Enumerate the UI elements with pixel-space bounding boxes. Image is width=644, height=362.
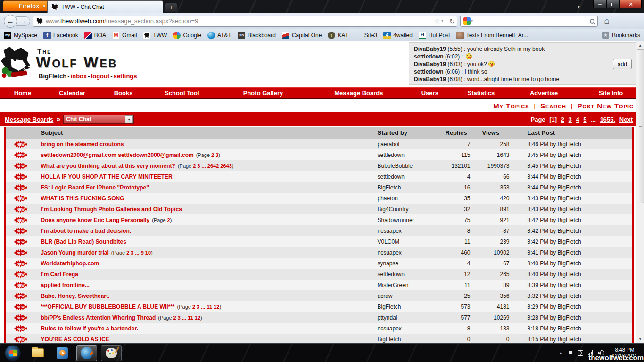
topic-link[interactable]: Jason Young murder trial: [41, 249, 109, 256]
topic-link[interactable]: applied frontline...: [41, 282, 90, 288]
topic-link[interactable]: Does anyone know Eric Lang Personally: [41, 217, 150, 223]
settings-link[interactable]: settings: [114, 73, 137, 80]
topic-link[interactable]: Rules to follow if you're a bartender.: [41, 325, 138, 332]
star-dropdown-icon[interactable]: ▾: [441, 19, 443, 23]
page-suffix-numbers[interactable]: 2 3 ... 11 12: [192, 304, 220, 310]
bookmark-item[interactable]: M Gmail: [112, 32, 137, 39]
nav-calendar[interactable]: Calendar: [45, 90, 99, 97]
bookmark-item[interactable]: BOA: [84, 32, 106, 39]
nav-home[interactable]: Home: [0, 90, 45, 97]
nav-school-tool[interactable]: School Tool: [148, 90, 216, 97]
topic-link[interactable]: WHAT IS THIS FUCKING SONG: [41, 195, 124, 202]
topic-link[interactable]: Babe. Honey. Sweetheart.: [41, 293, 110, 299]
topic-row: NEW What are you thinking about at this …: [5, 160, 633, 171]
bookmark-item[interactable]: AT&T: [207, 32, 231, 39]
bookmark-item[interactable]: Capital One: [282, 32, 322, 39]
bookmark-item[interactable]: Google: [173, 32, 201, 39]
section-select[interactable]: Chit Chat ▼: [63, 115, 134, 124]
start-button[interactable]: [5, 345, 21, 361]
nav-photo-gallery[interactable]: Photo Gallery: [216, 90, 310, 97]
search-input[interactable]: [475, 17, 588, 25]
power-plug-icon[interactable]: [578, 350, 583, 356]
bookmark-star-icon[interactable]: ☆: [434, 17, 440, 25]
topic-link[interactable]: settledown2000@gmail.com settledown2000@…: [41, 152, 194, 158]
pagination-token[interactable]: 1655,: [600, 116, 616, 123]
page-suffix-numbers[interactable]: 2 3 ... 9 10: [126, 250, 151, 255]
nav-site-info[interactable]: Site Info: [578, 90, 644, 97]
bookmark-item[interactable]: H HuffPost: [419, 32, 450, 39]
topic-link[interactable]: I'm about to make a bad decision.: [41, 228, 132, 234]
pagination-token[interactable]: Next: [619, 116, 633, 123]
scroll-down-icon[interactable]: ▼: [636, 335, 644, 343]
chat-add-button[interactable]: add: [613, 59, 632, 69]
action-center-flag-icon[interactable]: [568, 351, 573, 355]
bookmark-item[interactable]: t KAT: [328, 32, 348, 39]
page-suffix-numbers[interactable]: 2 3: [211, 152, 218, 158]
close-button[interactable]: ✕: [620, 0, 642, 8]
pagination-token[interactable]: 2: [561, 116, 564, 123]
topic-link[interactable]: HOLLA IF YOU SHOP AT THE CARY MINITEETER: [41, 173, 173, 180]
bookmark-item[interactable]: f Facebook: [43, 32, 78, 39]
scrollbar-thumb[interactable]: [637, 49, 644, 203]
pagination-token[interactable]: 4: [576, 116, 579, 123]
magnifier-icon[interactable]: [590, 19, 594, 24]
nav-message-boards[interactable]: Message Boards: [310, 90, 408, 97]
tray-expand-icon[interactable]: ▲: [559, 351, 563, 355]
my-topics-link[interactable]: My Topics: [493, 102, 529, 110]
bookmark-item[interactable]: 4 4walled: [383, 32, 413, 39]
reload-icon[interactable]: ↻: [449, 17, 455, 25]
topic-link[interactable]: YOU'RE AS COLD AS ICE: [41, 336, 109, 343]
topic-link[interactable]: Worldstarhiphop.com: [41, 260, 99, 267]
inbox-link[interactable]: inbox: [71, 73, 87, 80]
topic-link[interactable]: What are you thinking about at this very…: [41, 163, 175, 169]
chat-message: settledown (6:02) :: [414, 53, 607, 60]
bookmarks-menu[interactable]: ★ Bookmarks: [602, 32, 640, 39]
window-titlebar: Firefox ▾ TWW - Chit Chat + ▾ ─ ✕: [0, 0, 644, 13]
page-suffix-numbers[interactable]: 2 3 ... 11 12: [173, 315, 201, 321]
maximize-button[interactable]: [607, 0, 620, 8]
nav-statistics[interactable]: Statistics: [452, 90, 510, 97]
subject-header: Subject: [35, 127, 370, 139]
firefox-taskbar-icon[interactable]: [76, 345, 97, 361]
new-tab-button[interactable]: +: [165, 3, 177, 12]
topic-link[interactable]: FS: Logic Board For iPhone "Prototype": [41, 184, 149, 191]
logout-link[interactable]: logout: [91, 73, 110, 80]
topic-link[interactable]: I'm Looking Through Photo Galleries and …: [41, 206, 182, 213]
nav-users[interactable]: Users: [408, 90, 452, 97]
topic-link[interactable]: bb/PP's Endless Attention Whoring Thread: [41, 314, 156, 321]
pagination-token[interactable]: 5: [583, 116, 586, 123]
nav-advertise[interactable]: Advertise: [510, 90, 578, 97]
topic-link[interactable]: BLR (Bad Lip Read) Soundbites: [41, 239, 126, 245]
bookmark-item[interactable]: Bb Blackboard: [238, 32, 276, 39]
explorer-taskbar-icon[interactable]: [27, 345, 48, 361]
topic-link[interactable]: ***OFFICIAL BUY BUBBLEBOBBLE A BLUE WII*…: [41, 304, 175, 310]
breadcrumb-message-boards[interactable]: Message Boards: [5, 116, 53, 123]
paint-taskbar-icon[interactable]: [101, 345, 122, 361]
bookmark-item[interactable]: Site3: [355, 32, 377, 39]
bookmark-item[interactable]: my MySpace: [4, 32, 37, 39]
nav-books[interactable]: Books: [99, 90, 147, 97]
search-link[interactable]: Search: [540, 102, 566, 110]
pagination-token[interactable]: 3: [569, 116, 572, 123]
toolbar-overflow-caret[interactable]: ▾: [578, 4, 580, 9]
scroll-up-icon[interactable]: ▲: [636, 41, 644, 49]
myspace-icon: my: [4, 32, 11, 39]
minimize-button[interactable]: ─: [593, 0, 607, 8]
forward-button[interactable]: →: [16, 16, 30, 26]
replies-cell: 460: [446, 247, 482, 258]
media-player-taskbar-icon[interactable]: [52, 345, 73, 361]
chevron-down-icon[interactable]: ▼: [125, 115, 133, 123]
topic-link[interactable]: I'm Carl Frega: [41, 271, 79, 278]
page-suffix-numbers[interactable]: 2 3 ... 2642 2643: [193, 163, 232, 169]
post-new-topic-link[interactable]: Post New Topic: [577, 102, 634, 110]
url-bar[interactable]: www.thewolfweb.com/message_section.aspx?…: [33, 16, 457, 27]
back-button[interactable]: ←: [4, 15, 17, 28]
bookmark-item[interactable]: TWW: [143, 32, 167, 39]
bookmark-item[interactable]: Texts From Bennett: Ar...: [456, 32, 528, 39]
home-button[interactable]: ⌂: [601, 16, 613, 27]
page-scrollbar[interactable]: ▲ ▼: [636, 41, 644, 343]
search-box[interactable]: ▾: [460, 16, 598, 27]
search-engine-dropdown-icon[interactable]: ▾: [471, 19, 473, 23]
tab-tww-chit-chat[interactable]: TWW - Chit Chat: [47, 0, 163, 13]
topic-link[interactable]: bring on the steamed croutons: [41, 141, 124, 148]
